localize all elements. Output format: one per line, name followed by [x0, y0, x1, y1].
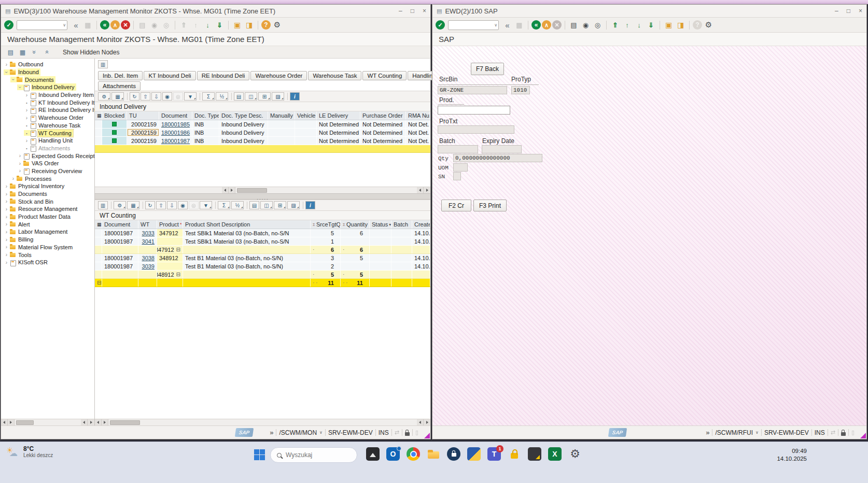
command-field[interactable]: ∨	[17, 20, 67, 30]
tree-item-attachments[interactable]: Attachments	[1, 145, 94, 152]
tree-item-material-flow-system[interactable]: Material Flow System	[1, 244, 94, 251]
maximize-button[interactable]: □	[411, 7, 414, 15]
save-icon[interactable]: ▦	[82, 20, 93, 30]
scroll-right-arrow[interactable]	[88, 419, 94, 425]
back-icon[interactable]: «	[100, 20, 109, 30]
wt-link[interactable]: 3039	[142, 263, 155, 269]
table-row[interactable]: 20002159180001987INBInbound DeliveryNot …	[95, 137, 430, 145]
table-row[interactable]: 20002159180001985INBInbound DeliveryNot …	[95, 120, 430, 129]
help-icon[interactable]: ?	[261, 20, 271, 30]
chevron-down-icon[interactable]: ∨	[755, 430, 759, 435]
settings-icon[interactable]: ⚙	[568, 447, 582, 461]
grand-total-row[interactable]: ⊟· ·11· ·11	[95, 279, 430, 287]
uom-field[interactable]	[453, 163, 468, 172]
page-down-icon[interactable]: ↓	[202, 20, 213, 30]
batch-field[interactable]	[438, 145, 478, 153]
protyp-field[interactable]: 1010	[511, 86, 530, 94]
column-header-product[interactable]: Product*	[157, 220, 183, 229]
tree-expander-icon[interactable]	[4, 198, 9, 204]
taskbar-clock[interactable]: 09:49 14.10.2025	[777, 447, 807, 463]
column-header-blocked[interactable]: Blocked	[102, 111, 127, 120]
page-down-icon[interactable]: ↓	[634, 20, 645, 30]
close-button[interactable]: ×	[859, 7, 862, 15]
find-icon[interactable]: ◉	[580, 20, 591, 30]
tab-attachments[interactable]: Attachments	[98, 81, 141, 91]
chrome-icon[interactable]	[407, 447, 420, 461]
expand-all-icon[interactable]: »	[42, 48, 51, 56]
row-select-cell[interactable]	[95, 120, 102, 128]
collapse-subtotal-icon[interactable]: ⊟	[176, 247, 180, 252]
new-session-icon[interactable]: ▣	[663, 20, 674, 30]
find-icon[interactable]: ◉	[178, 201, 188, 209]
refresh-icon[interactable]: ↻	[130, 92, 139, 101]
status-expand-icon[interactable]: »	[706, 429, 709, 436]
enter-icon[interactable]: ✓	[4, 20, 13, 30]
column-header-purchase-order[interactable]: Purchase Order	[360, 111, 406, 120]
tree-item-kt-inbound-delivery-it[interactable]: KT Inbound Delivery It	[1, 98, 94, 106]
tree-item-resource-management[interactable]: Resource Management	[1, 205, 94, 213]
collapse-icon[interactable]: «	[71, 20, 81, 30]
start-button[interactable]	[254, 449, 265, 460]
tree-item-wt-counting[interactable]: WT Counting	[1, 129, 94, 137]
tree-expander-icon[interactable]	[17, 168, 23, 174]
tree-expander-icon[interactable]	[4, 62, 9, 67]
tree-expander-icon[interactable]	[10, 77, 16, 82]
tree-horizontal-scrollbar[interactable]	[1, 419, 94, 425]
f7-back-button[interactable]: F7 Back	[471, 63, 504, 75]
tree-overview-icon[interactable]: ▤	[6, 48, 15, 56]
tree-item-documents[interactable]: Documents	[1, 76, 94, 83]
chevron-down-icon[interactable]: ∨	[319, 430, 323, 435]
tree-expander-icon[interactable]	[17, 161, 23, 166]
find-icon[interactable]: ◉	[149, 20, 160, 30]
tree-expander-icon[interactable]	[4, 237, 9, 243]
keepass-icon[interactable]	[508, 447, 521, 461]
tree-expander-icon[interactable]	[4, 183, 9, 189]
scroll-left-arrow[interactable]	[95, 419, 102, 425]
column-header-doc-type[interactable]: Doc. Type	[192, 111, 219, 120]
tree-item-handling-unit[interactable]: Handling Unit	[1, 137, 94, 145]
filter-icon[interactable]: ▼	[184, 92, 197, 101]
info-icon[interactable]: i	[290, 92, 300, 101]
find-next-icon[interactable]: ◎	[161, 20, 172, 30]
exit-icon[interactable]: ∧	[110, 20, 120, 30]
column-header-manually[interactable]: Manually	[268, 111, 295, 120]
views-icon[interactable]: ▦	[127, 201, 139, 209]
teams-icon[interactable]: T1	[487, 447, 501, 461]
tree-item-warehouse-order[interactable]: Warehouse Order	[1, 114, 94, 122]
new-session-icon[interactable]: ▣	[232, 20, 243, 30]
tree-expander-icon[interactable]	[17, 84, 23, 90]
f3-print-button[interactable]: F3 Print	[473, 200, 507, 211]
scroll-right-arrow[interactable]	[424, 419, 430, 425]
back-icon[interactable]: «	[531, 20, 541, 30]
expiry-date-field[interactable]	[482, 145, 522, 153]
column-header-rma-nu[interactable]: RMA Nu.	[406, 111, 430, 120]
maximize-button[interactable]: □	[847, 7, 850, 15]
exit-icon[interactable]: ∧	[542, 20, 551, 30]
chevron-down-icon[interactable]: ∨	[494, 23, 497, 27]
tree-expander-icon[interactable]	[4, 252, 9, 258]
collapse-all-icon[interactable]: »	[30, 48, 39, 56]
table-row[interactable]: 1800019873033347912Test SBlk1 Material 0…	[95, 229, 430, 237]
tree-expander-icon[interactable]	[4, 229, 9, 235]
tab-warehouse-order[interactable]: Warehouse Order	[250, 71, 307, 80]
document-link[interactable]: 180001986	[161, 130, 190, 136]
tree-item-outbound[interactable]: Outbound	[1, 61, 94, 68]
page-up-icon[interactable]: ↑	[622, 20, 633, 30]
tree-expander-icon[interactable]	[24, 107, 30, 113]
table-row[interactable]: 20002159180001986INBInbound DeliveryNot …	[95, 129, 430, 137]
last-page-icon[interactable]: ⇓	[646, 20, 656, 30]
graphic-icon[interactable]: ▨	[287, 201, 300, 209]
column-header-create[interactable]: Create..	[412, 220, 430, 229]
scroll-right-arrow[interactable]	[102, 419, 108, 425]
photos-icon[interactable]	[366, 447, 380, 461]
save-icon[interactable]: ▦	[514, 20, 525, 30]
scroll-left-arrow[interactable]	[81, 419, 88, 425]
command-input[interactable]	[451, 22, 490, 28]
tree-item-alert[interactable]: Alert	[1, 220, 94, 228]
wt-link[interactable]: 3038	[142, 255, 155, 261]
close-button[interactable]: ×	[423, 7, 426, 15]
tree-expander-icon[interactable]	[24, 138, 30, 144]
minimize-button[interactable]: –	[399, 7, 402, 15]
srcbin-field[interactable]: GR-ZONE	[438, 86, 507, 94]
scroll-right-arrow[interactable]	[8, 419, 15, 425]
